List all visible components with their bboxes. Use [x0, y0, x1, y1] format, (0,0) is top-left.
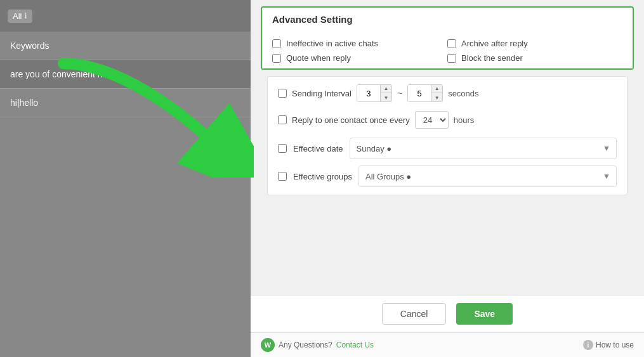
checkbox-ineffective[interactable] — [272, 39, 281, 48]
advanced-setting-card: Advanced Setting Ineffective in active c… — [261, 6, 634, 70]
checkbox-block[interactable] — [447, 54, 456, 63]
effective-groups-select[interactable]: All Groups ● Group 1 Group 2 — [358, 166, 617, 187]
reply-contact-row: Reply to one contact once every 24 12 6 … — [278, 111, 617, 129]
spinner-btns-to: ▲ ▼ — [431, 84, 442, 102]
option-quote: Quote when reply — [272, 53, 447, 63]
sending-interval-label: Sending Interval — [292, 89, 352, 98]
footer-bar: W Any Questions? Contact Us i How to use — [251, 332, 644, 357]
footer-info-icon: i — [583, 340, 593, 350]
checkbox-archive[interactable] — [447, 39, 456, 48]
effective-groups-label: Effective groups — [293, 172, 352, 181]
advanced-setting-title: Advanced Setting — [262, 8, 633, 31]
sidebar-item-2[interactable]: hi|hello — [0, 89, 251, 117]
sending-interval-from-spinner: ▲ ▼ — [357, 84, 392, 102]
sidebar-list: Keywords are you of convenient now? hi|h… — [0, 32, 251, 117]
reply-contact-label: Reply to one contact once every — [292, 115, 410, 125]
sidebar-item-keywords[interactable]: Keywords — [0, 32, 251, 60]
options-section: Ineffective in active chats Archive afte… — [262, 31, 633, 68]
effective-date-label: Effective date — [293, 144, 343, 153]
effective-groups-select-wrapper: All Groups ● Group 1 Group 2 ▼ — [358, 166, 617, 187]
option-label-ineffective: Ineffective in active chats — [286, 39, 378, 48]
wa-logo-icon: W — [261, 338, 275, 352]
option-archive: Archive after reply — [447, 39, 622, 48]
checkbox-quote[interactable] — [272, 54, 281, 63]
effective-date-select[interactable]: Sunday ● Monday Tuesday Wednesday Thursd… — [350, 138, 617, 159]
spinner-up-to[interactable]: ▲ — [431, 84, 442, 93]
spinner-btns-from: ▲ ▼ — [380, 84, 391, 102]
checkbox-reply-contact[interactable] — [278, 115, 287, 124]
sending-interval-row: Sending Interval ▲ ▼ ~ ▲ ▼ seconds — [278, 84, 617, 102]
spinner-down-from[interactable]: ▼ — [380, 93, 391, 102]
checkbox-effective-groups[interactable] — [278, 172, 287, 181]
sidebar-item-label: are you of convenient now? — [10, 69, 119, 79]
sidebar-item-label: hi|hello — [10, 98, 38, 108]
bottom-actions: Cancel Save — [251, 295, 644, 332]
contact-us-link[interactable]: Contact Us — [336, 341, 374, 349]
cancel-button[interactable]: Cancel — [382, 303, 447, 325]
option-ineffective: Ineffective in active chats — [272, 39, 447, 48]
checkbox-effective-date[interactable] — [278, 144, 287, 153]
sending-interval-to-input[interactable] — [408, 84, 431, 102]
sidebar: All ℹ Keywords are you of convenient now… — [0, 0, 251, 357]
reply-contact-select[interactable]: 24 12 6 1 — [415, 111, 449, 129]
save-button[interactable]: Save — [456, 303, 513, 325]
spinner-up-from[interactable]: ▲ — [380, 84, 391, 93]
checkbox-sending-interval[interactable] — [278, 89, 287, 98]
sidebar-badge[interactable]: All ℹ — [8, 10, 32, 23]
option-label-block: Block the sender — [461, 53, 523, 63]
sidebar-item-1[interactable]: are you of convenient now? — [0, 60, 251, 89]
effective-date-row: Effective date Sunday ● Monday Tuesday W… — [278, 138, 617, 159]
sidebar-top-bar: All ℹ — [0, 0, 251, 32]
effective-date-select-wrapper: Sunday ● Monday Tuesday Wednesday Thursd… — [350, 138, 617, 159]
effective-groups-row: Effective groups All Groups ● Group 1 Gr… — [278, 166, 617, 187]
seconds-label: seconds — [448, 89, 478, 98]
badge-label: All — [13, 11, 22, 21]
footer-right: i How to use — [583, 340, 634, 350]
info-icon: ℹ — [24, 11, 27, 20]
modal-area: Advanced Setting Ineffective in active c… — [251, 0, 644, 295]
settings-section: Sending Interval ▲ ▼ ~ ▲ ▼ seconds — [267, 76, 628, 195]
option-label-quote: Quote when reply — [286, 53, 351, 63]
option-block: Block the sender — [447, 53, 622, 63]
option-label-archive: Archive after reply — [461, 39, 528, 48]
howto-link[interactable]: How to use — [596, 341, 634, 349]
footer-left: W Any Questions? Contact Us — [261, 338, 374, 352]
sending-interval-from-input[interactable] — [357, 84, 380, 102]
hours-label: hours — [454, 115, 475, 125]
sidebar-item-label: Keywords — [10, 41, 49, 51]
footer-questions-text: Any Questions? — [279, 341, 332, 349]
tilde-separator: ~ — [397, 88, 402, 98]
spinner-down-to[interactable]: ▼ — [431, 93, 442, 102]
sending-interval-to-spinner: ▲ ▼ — [407, 84, 443, 102]
main-panel: Advanced Setting Ineffective in active c… — [251, 0, 644, 357]
